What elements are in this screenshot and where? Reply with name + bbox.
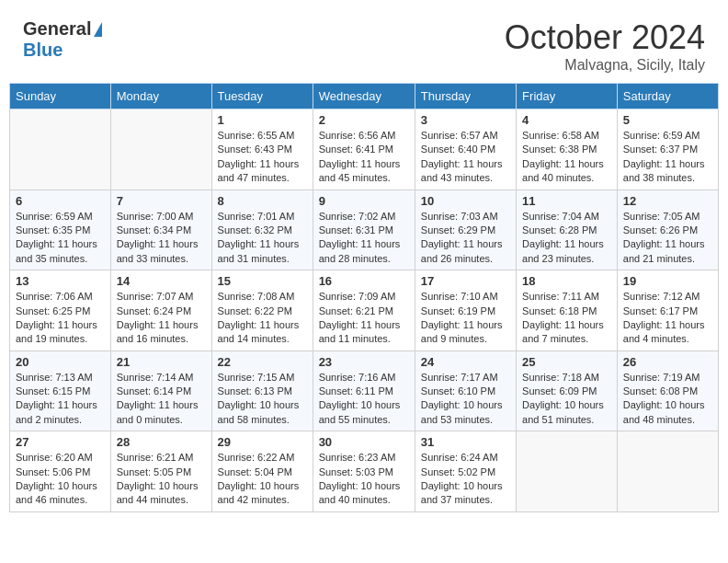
day-info: Sunrise: 6:56 AM Sunset: 6:41 PM Dayligh… [319, 129, 409, 186]
day-info: Sunrise: 7:13 AM Sunset: 6:15 PM Dayligh… [16, 371, 105, 428]
day-number: 24 [421, 355, 510, 369]
calendar-header-monday: Monday [110, 84, 211, 109]
day-info: Sunrise: 7:01 AM Sunset: 6:32 PM Dayligh… [218, 210, 307, 267]
logo-triangle-icon [94, 22, 102, 37]
logo: General Blue [23, 18, 102, 61]
day-info: Sunrise: 6:59 AM Sunset: 6:35 PM Dayligh… [16, 210, 105, 267]
calendar-day: 16Sunrise: 7:09 AM Sunset: 6:21 PM Dayli… [313, 270, 415, 351]
calendar-day: 23Sunrise: 7:16 AM Sunset: 6:11 PM Dayli… [313, 350, 415, 431]
day-number: 11 [522, 194, 611, 208]
page-header: General Blue October 2024 Malvagna, Sici… [9, 9, 719, 78]
calendar-day: 4Sunrise: 6:58 AM Sunset: 6:38 PM Daylig… [517, 109, 618, 190]
day-number: 5 [623, 113, 712, 127]
day-number: 18 [522, 274, 611, 288]
day-number: 27 [16, 435, 105, 449]
calendar-day: 7Sunrise: 7:00 AM Sunset: 6:34 PM Daylig… [110, 190, 211, 270]
day-number: 3 [421, 113, 510, 127]
calendar-day: 26Sunrise: 7:19 AM Sunset: 6:08 PM Dayli… [617, 350, 718, 431]
day-number: 13 [16, 274, 105, 288]
day-number: 28 [117, 435, 206, 449]
calendar-day: 18Sunrise: 7:11 AM Sunset: 6:18 PM Dayli… [517, 270, 618, 351]
day-info: Sunrise: 7:15 AM Sunset: 6:13 PM Dayligh… [218, 371, 307, 428]
calendar-day: 20Sunrise: 7:13 AM Sunset: 6:15 PM Dayli… [10, 350, 111, 431]
calendar-day: 10Sunrise: 7:03 AM Sunset: 6:29 PM Dayli… [415, 190, 516, 270]
day-number: 7 [117, 194, 206, 208]
calendar-day: 21Sunrise: 7:14 AM Sunset: 6:14 PM Dayli… [110, 350, 211, 431]
calendar-header-friday: Friday [517, 84, 618, 109]
day-number: 17 [421, 274, 510, 288]
calendar-day: 28Sunrise: 6:21 AM Sunset: 5:05 PM Dayli… [110, 431, 211, 512]
calendar-header-thursday: Thursday [415, 84, 516, 109]
calendar-week-4: 20Sunrise: 7:13 AM Sunset: 6:15 PM Dayli… [10, 350, 719, 431]
calendar-day [10, 109, 111, 190]
day-number: 16 [319, 274, 409, 288]
calendar-day: 9Sunrise: 7:02 AM Sunset: 6:31 PM Daylig… [313, 190, 415, 270]
calendar-week-5: 27Sunrise: 6:20 AM Sunset: 5:06 PM Dayli… [10, 431, 719, 512]
logo-blue-text: Blue [23, 40, 63, 60]
calendar-day: 24Sunrise: 7:17 AM Sunset: 6:10 PM Dayli… [415, 350, 516, 431]
day-number: 22 [218, 355, 307, 369]
calendar-day: 19Sunrise: 7:12 AM Sunset: 6:17 PM Dayli… [617, 270, 718, 351]
calendar-day: 8Sunrise: 7:01 AM Sunset: 6:32 PM Daylig… [211, 190, 313, 270]
calendar-day: 5Sunrise: 6:59 AM Sunset: 6:37 PM Daylig… [617, 109, 718, 190]
calendar-day: 30Sunrise: 6:23 AM Sunset: 5:03 PM Dayli… [313, 431, 415, 512]
day-info: Sunrise: 6:57 AM Sunset: 6:40 PM Dayligh… [421, 129, 510, 186]
day-info: Sunrise: 7:10 AM Sunset: 6:19 PM Dayligh… [421, 290, 510, 347]
day-info: Sunrise: 6:58 AM Sunset: 6:38 PM Dayligh… [522, 129, 611, 186]
calendar-day: 14Sunrise: 7:07 AM Sunset: 6:24 PM Dayli… [110, 270, 211, 351]
day-info: Sunrise: 6:22 AM Sunset: 5:04 PM Dayligh… [218, 451, 307, 508]
calendar-day: 27Sunrise: 6:20 AM Sunset: 5:06 PM Dayli… [10, 431, 111, 512]
day-number: 4 [522, 113, 611, 127]
month-title: October 2024 [505, 18, 705, 57]
calendar-day: 15Sunrise: 7:08 AM Sunset: 6:22 PM Dayli… [211, 270, 313, 351]
day-number: 23 [319, 355, 409, 369]
day-number: 30 [319, 435, 409, 449]
day-info: Sunrise: 7:05 AM Sunset: 6:26 PM Dayligh… [623, 210, 712, 267]
calendar-day: 2Sunrise: 6:56 AM Sunset: 6:41 PM Daylig… [313, 109, 415, 190]
calendar-header-wednesday: Wednesday [313, 84, 415, 109]
title-block: October 2024 Malvagna, Sicily, Italy [505, 18, 705, 74]
logo-general-text: General [23, 18, 91, 40]
day-number: 14 [117, 274, 206, 288]
calendar-day: 25Sunrise: 7:18 AM Sunset: 6:09 PM Dayli… [517, 350, 618, 431]
day-number: 20 [16, 355, 105, 369]
day-number: 6 [16, 194, 105, 208]
location-text: Malvagna, Sicily, Italy [505, 57, 705, 74]
calendar-header-tuesday: Tuesday [211, 84, 313, 109]
day-info: Sunrise: 7:14 AM Sunset: 6:14 PM Dayligh… [117, 371, 206, 428]
day-info: Sunrise: 7:16 AM Sunset: 6:11 PM Dayligh… [319, 371, 409, 428]
day-info: Sunrise: 6:21 AM Sunset: 5:05 PM Dayligh… [117, 451, 206, 508]
day-info: Sunrise: 7:18 AM Sunset: 6:09 PM Dayligh… [522, 371, 611, 428]
calendar-week-3: 13Sunrise: 7:06 AM Sunset: 6:25 PM Dayli… [10, 270, 719, 351]
calendar-day: 11Sunrise: 7:04 AM Sunset: 6:28 PM Dayli… [517, 190, 618, 270]
calendar-day: 12Sunrise: 7:05 AM Sunset: 6:26 PM Dayli… [617, 190, 718, 270]
calendar-day [617, 431, 718, 512]
calendar-header-sunday: Sunday [10, 84, 111, 109]
calendar-day: 13Sunrise: 7:06 AM Sunset: 6:25 PM Dayli… [10, 270, 111, 351]
calendar-day [517, 431, 618, 512]
day-info: Sunrise: 6:23 AM Sunset: 5:03 PM Dayligh… [319, 451, 409, 508]
day-info: Sunrise: 6:59 AM Sunset: 6:37 PM Dayligh… [623, 129, 712, 186]
day-number: 12 [623, 194, 712, 208]
calendar-day: 29Sunrise: 6:22 AM Sunset: 5:04 PM Dayli… [211, 431, 313, 512]
day-number: 9 [319, 194, 409, 208]
calendar-day [110, 109, 211, 190]
day-info: Sunrise: 7:02 AM Sunset: 6:31 PM Dayligh… [319, 210, 409, 267]
day-info: Sunrise: 7:03 AM Sunset: 6:29 PM Dayligh… [421, 210, 510, 267]
day-info: Sunrise: 7:06 AM Sunset: 6:25 PM Dayligh… [16, 290, 105, 347]
day-number: 25 [522, 355, 611, 369]
calendar-week-1: 1Sunrise: 6:55 AM Sunset: 6:43 PM Daylig… [10, 109, 719, 190]
day-number: 10 [421, 194, 510, 208]
day-info: Sunrise: 7:04 AM Sunset: 6:28 PM Dayligh… [522, 210, 611, 267]
day-info: Sunrise: 7:19 AM Sunset: 6:08 PM Dayligh… [623, 371, 712, 428]
day-number: 19 [623, 274, 712, 288]
calendar-header-saturday: Saturday [617, 84, 718, 109]
day-info: Sunrise: 7:11 AM Sunset: 6:18 PM Dayligh… [522, 290, 611, 347]
day-number: 2 [319, 113, 409, 127]
day-number: 1 [218, 113, 307, 127]
day-info: Sunrise: 7:07 AM Sunset: 6:24 PM Dayligh… [117, 290, 206, 347]
day-info: Sunrise: 6:20 AM Sunset: 5:06 PM Dayligh… [16, 451, 105, 508]
calendar-day: 1Sunrise: 6:55 AM Sunset: 6:43 PM Daylig… [211, 109, 313, 190]
calendar-week-2: 6Sunrise: 6:59 AM Sunset: 6:35 PM Daylig… [10, 190, 719, 270]
day-info: Sunrise: 6:55 AM Sunset: 6:43 PM Dayligh… [218, 129, 307, 186]
